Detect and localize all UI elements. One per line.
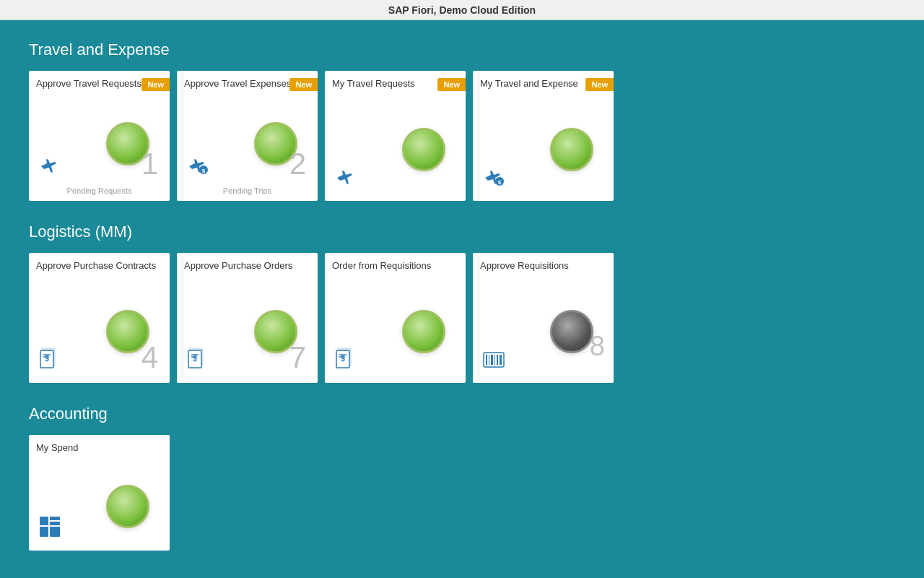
svg-rect-28 — [50, 522, 60, 525]
card-main-area: 8 — [480, 286, 606, 377]
plane-dollar-icon: $ — [483, 168, 506, 191]
card-number: 4 — [141, 342, 158, 373]
section-logistics: Logistics (MM) Approve Purchase Contract… — [29, 223, 895, 383]
svg-text:$: $ — [341, 355, 345, 363]
card-title: Approve Purchase Contracts — [36, 260, 162, 286]
new-badge: New — [289, 78, 318, 91]
new-badge: New — [141, 78, 170, 91]
main-content: Travel and Expense Approve Travel Reques… — [0, 20, 924, 578]
plane-icon — [39, 156, 59, 179]
card-footer: Pending Requests — [36, 184, 162, 195]
card-main-area — [36, 468, 162, 545]
card-number: 8 — [590, 332, 605, 360]
doc-dollar-icon: $ — [187, 347, 210, 373]
svg-text:$: $ — [193, 355, 197, 363]
card-main-area: $ — [480, 104, 606, 195]
card-number: 7 — [289, 342, 306, 373]
card-order-from-requisitions[interactable]: Order from Requisitions $ — [325, 253, 466, 383]
card-main-area — [332, 104, 458, 195]
barcode-icon — [483, 350, 505, 373]
cards-row-accounting: My Spend — [29, 435, 895, 551]
card-approve-purchase-contracts[interactable]: Approve Purchase Contracts 4 $ — [29, 253, 170, 383]
card-title: My Spend — [36, 442, 162, 468]
card-my-travel-requests[interactable]: My Travel Requests New — [325, 71, 466, 201]
svg-rect-29 — [40, 527, 48, 537]
new-badge: New — [437, 78, 466, 91]
section-title-logistics: Logistics (MM) — [29, 223, 895, 241]
plane-icon — [335, 168, 355, 191]
card-number: 1 — [141, 149, 158, 179]
card-approve-purchase-orders[interactable]: Approve Purchase Orders 7 $ — [177, 253, 318, 383]
svg-rect-23 — [494, 355, 495, 365]
card-title: Approve Requisitions — [480, 260, 606, 286]
card-approve-requisitions[interactable]: Approve Requisitions 8 — [473, 253, 614, 383]
dashboard-icon — [39, 516, 61, 540]
card-my-spend[interactable]: My Spend — [29, 435, 170, 551]
topbar: SAP Fiori, Demo Cloud Edition — [0, 0, 924, 20]
circle-indicator — [402, 310, 445, 353]
card-main-area: 2 $ — [184, 104, 310, 184]
card-title: Approve Purchase Orders — [184, 260, 310, 286]
card-my-travel-expense[interactable]: My Travel and Expense New $ — [473, 71, 614, 201]
svg-rect-25 — [500, 355, 502, 365]
svg-text:$: $ — [45, 355, 49, 363]
doc-dollar-icon: $ — [39, 347, 62, 373]
topbar-title: SAP Fiori, Demo Cloud Edition — [388, 4, 536, 16]
card-main-area: 4 $ — [36, 286, 162, 377]
card-footer: Pending Trips — [184, 184, 310, 195]
circle-indicator — [550, 128, 593, 171]
circle-indicator-dark — [550, 310, 593, 353]
cards-row-logistics: Approve Purchase Contracts 4 $ — [29, 253, 895, 383]
svg-rect-27 — [50, 517, 60, 520]
card-approve-travel-expenses[interactable]: Approve Travel Expenses New 2 $ Pending … — [177, 71, 318, 201]
svg-rect-24 — [497, 355, 498, 365]
new-badge: New — [585, 78, 614, 91]
circle-indicator — [106, 485, 149, 528]
doc-dollar-icon: $ — [335, 347, 358, 373]
plane-dollar-icon: $ — [187, 156, 210, 179]
svg-rect-26 — [40, 517, 48, 525]
svg-text:$: $ — [202, 168, 206, 174]
card-main-area: 1 — [36, 104, 162, 184]
card-number: 2 — [289, 149, 306, 179]
circle-indicator — [402, 128, 445, 171]
section-accounting: Accounting My Spend — [29, 405, 895, 551]
section-travel-expense: Travel and Expense Approve Travel Reques… — [29, 40, 895, 201]
card-title: Order from Requisitions — [332, 260, 458, 286]
svg-text:$: $ — [498, 179, 502, 186]
card-main-area: $ — [332, 286, 458, 377]
section-title-accounting: Accounting — [29, 405, 895, 423]
cards-row-travel: Approve Travel Requests New 1 Pending Re… — [29, 71, 895, 201]
svg-rect-22 — [491, 355, 493, 365]
svg-rect-21 — [489, 355, 489, 365]
svg-rect-20 — [486, 355, 487, 365]
card-approve-travel-requests[interactable]: Approve Travel Requests New 1 Pending Re… — [29, 71, 170, 201]
svg-rect-30 — [50, 527, 60, 537]
section-title-travel: Travel and Expense — [29, 40, 895, 59]
card-main-area: 7 $ — [184, 286, 310, 377]
